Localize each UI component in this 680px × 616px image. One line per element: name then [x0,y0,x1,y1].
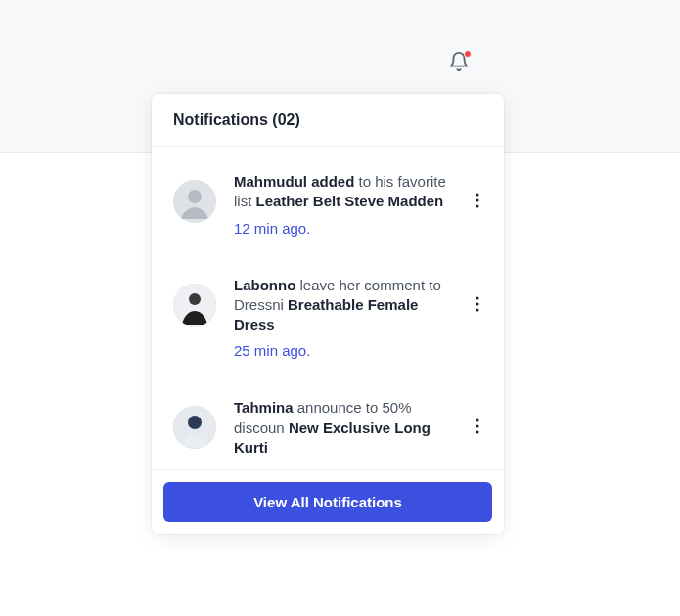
notifications-dropdown: Notifications (02) Mahmudul added to his… [152,94,504,534]
svg-point-6 [189,293,201,305]
svg-point-3 [476,198,478,201]
notification-item[interactable]: Tahmina announce to 50% discoun New Excl… [152,376,504,469]
svg-point-8 [476,302,478,305]
svg-point-9 [476,308,478,311]
svg-point-11 [188,416,202,429]
avatar [173,180,216,223]
more-vertical-icon [476,193,479,208]
notification-text: Labonno leave her comment to Dressni Bre… [234,276,451,335]
notification-content: Labonno leave her comment to Dressni Bre… [234,276,451,360]
notification-item[interactable]: Labonno leave her comment to Dressni Bre… [152,254,504,377]
svg-point-12 [476,419,478,422]
view-all-button[interactable]: View All Notifications [163,482,492,522]
notification-text: Tahmina announce to 50% discoun New Excl… [234,398,451,458]
notification-text: Mahmudul added to his favorite list Leat… [234,172,451,212]
notification-time: 25 min ago. [234,342,451,359]
more-vertical-icon [476,418,479,434]
notification-time: 12 min ago. [234,220,451,237]
avatar [173,406,216,449]
notifications-list[interactable]: Mahmudul added to his favorite list Leat… [152,147,504,469]
svg-point-14 [476,431,478,434]
svg-point-7 [476,296,478,299]
notification-menu-button[interactable] [469,418,486,435]
svg-point-2 [476,193,478,196]
dropdown-footer: View All Notifications [152,469,504,534]
notifications-bell-button[interactable] [448,51,470,74]
dropdown-header: Notifications (02) [152,94,504,147]
svg-point-1 [188,190,202,203]
notification-content: Tahmina announce to 50% discoun New Excl… [234,398,451,465]
notification-item[interactable]: Mahmudul added to his favorite list Leat… [152,151,504,254]
notification-menu-button[interactable] [469,295,486,313]
dropdown-title: Notifications (02) [173,111,482,129]
avatar [173,284,216,327]
svg-point-4 [476,204,478,207]
notification-menu-button[interactable] [469,192,486,209]
notification-indicator-dot [464,50,472,58]
more-vertical-icon [476,296,479,312]
svg-point-13 [476,425,478,428]
notification-content: Mahmudul added to his favorite list Leat… [234,172,451,237]
